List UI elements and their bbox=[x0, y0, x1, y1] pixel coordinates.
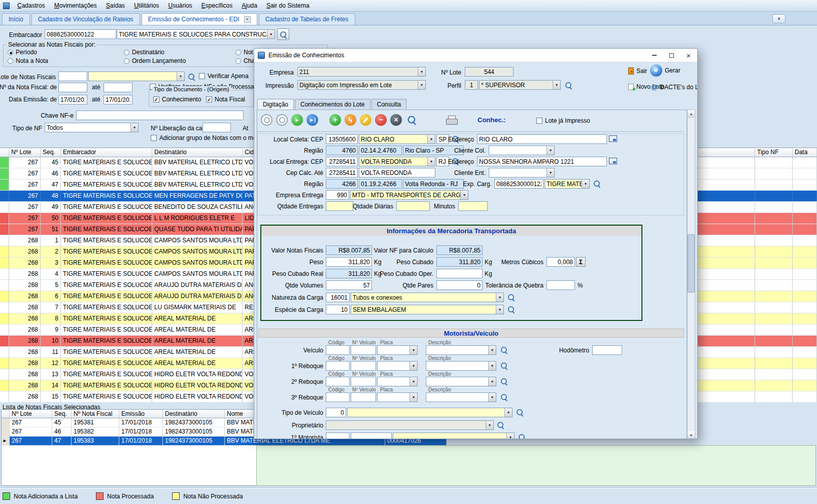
next-record-icon[interactable] bbox=[291, 114, 303, 126]
exp-carg-combo[interactable]: TIGRE MATERIAIS bbox=[544, 179, 590, 189]
prior-record-icon[interactable] bbox=[276, 114, 288, 126]
menu-item[interactable]: Específicos bbox=[197, 1, 237, 11]
search-icon[interactable] bbox=[507, 306, 515, 313]
dropdown-arrow-icon[interactable] bbox=[267, 30, 275, 39]
dropdown-arrow-icon[interactable] bbox=[177, 72, 184, 81]
entrega-endereco-field[interactable]: NOSSA SENHORA AMPARO 1221 bbox=[477, 157, 607, 166]
proprietario-combo[interactable] bbox=[326, 420, 494, 430]
n-lote-field[interactable]: 544 bbox=[465, 67, 514, 77]
minutos-field[interactable] bbox=[458, 201, 488, 211]
last-record-icon[interactable] bbox=[307, 114, 318, 126]
dropdown-arrow-icon[interactable] bbox=[486, 421, 493, 429]
coleta-endereco-field[interactable]: RIO CLARO bbox=[477, 134, 607, 144]
address-device-icon[interactable] bbox=[609, 158, 617, 164]
entrega-cidade-combo[interactable]: VOLTA REDONDA bbox=[359, 157, 435, 166]
gerar-button[interactable]: Gerar bbox=[650, 64, 680, 77]
reboque3-numero-field[interactable] bbox=[351, 392, 376, 402]
reboque3-codigo-field[interactable] bbox=[326, 392, 350, 402]
dropdown-arrow-icon[interactable] bbox=[547, 168, 554, 177]
dropdown-arrow-icon[interactable] bbox=[427, 135, 435, 143]
dropdown-arrow-icon[interactable] bbox=[488, 362, 496, 370]
dropdown-arrow-icon[interactable] bbox=[506, 433, 514, 439]
search-icon[interactable] bbox=[500, 393, 508, 401]
menu-item[interactable]: Saídas bbox=[101, 1, 129, 11]
cep-calc-field[interactable]: 27285411 bbox=[326, 168, 358, 177]
address-device-icon[interactable] bbox=[609, 135, 617, 142]
perfil-num-field[interactable]: 1 bbox=[465, 80, 478, 90]
coleta-cep-field[interactable]: 13505600 bbox=[326, 134, 358, 144]
natureza-cod-field[interactable]: 16001 bbox=[326, 293, 350, 302]
add-record-icon[interactable] bbox=[329, 114, 341, 126]
reboque2-numero-field[interactable] bbox=[351, 377, 376, 386]
tab[interactable]: Início bbox=[2, 13, 30, 25]
dropdown-arrow-icon[interactable] bbox=[460, 191, 468, 199]
scrollbar-thumb[interactable] bbox=[688, 234, 695, 293]
dialog-tab[interactable]: Conhecimentos do Lote bbox=[295, 99, 370, 110]
veiculo-codigo-field[interactable] bbox=[326, 345, 350, 355]
search-icon[interactable] bbox=[516, 409, 524, 416]
search-icon[interactable] bbox=[518, 434, 526, 439]
menu-item[interactable]: Movimentações bbox=[50, 1, 101, 11]
tipo-veiculo-combo[interactable] bbox=[347, 408, 513, 417]
dropdown-arrow-icon[interactable] bbox=[410, 362, 417, 370]
tipo-nf-combo[interactable]: Todos bbox=[45, 123, 139, 132]
print-icon[interactable] bbox=[446, 116, 457, 124]
dropdown-arrow-icon[interactable] bbox=[418, 81, 425, 89]
search-icon[interactable] bbox=[500, 346, 508, 354]
lote-notas-field[interactable] bbox=[58, 71, 87, 81]
data-ate-field[interactable]: 17/01/2018 bbox=[104, 95, 132, 104]
reboque2-placa-combo[interactable] bbox=[377, 377, 418, 386]
verificar-apena-checkbox[interactable]: Verificar Apena bbox=[199, 73, 249, 80]
embarcador-combo[interactable]: TIGRE MATERIAIS E SOLUCOES PARA CONSTRUC… bbox=[117, 29, 275, 39]
motorista1-doc-field[interactable] bbox=[351, 433, 392, 439]
motorista1-codigo-field[interactable] bbox=[326, 433, 350, 439]
search-icon[interactable] bbox=[497, 421, 504, 429]
menu-item[interactable]: Sair do Sistema bbox=[262, 1, 314, 11]
dropdown-arrow-icon[interactable] bbox=[418, 67, 425, 76]
sigma-button[interactable] bbox=[576, 257, 586, 267]
reboque2-codigo-field[interactable] bbox=[326, 377, 350, 386]
dropdown-arrow-icon[interactable] bbox=[488, 377, 496, 386]
search-icon[interactable] bbox=[507, 294, 515, 301]
empresa-entrega-combo[interactable]: MTD - MTD TRANSPORTES DE CARGAS LTD bbox=[350, 190, 468, 200]
exp-carg-cod-field[interactable]: 08862530000122 bbox=[494, 179, 543, 189]
tolerancia-field[interactable] bbox=[547, 280, 575, 290]
dacte-button[interactable]: DACTE's do Lote bbox=[651, 83, 698, 91]
menu-item[interactable]: Usuários bbox=[163, 1, 196, 11]
minimize-button[interactable] bbox=[645, 49, 663, 62]
radio-cha[interactable]: Cha bbox=[235, 57, 255, 64]
menu-item[interactable]: Ajuda bbox=[237, 1, 262, 11]
veiculo-numero-field[interactable] bbox=[351, 345, 376, 355]
nf-de-field[interactable] bbox=[58, 83, 87, 92]
metros-cubicos-field[interactable]: 0,008 bbox=[547, 257, 575, 267]
peso-field[interactable]: 311,820 bbox=[326, 257, 372, 267]
reboque2-descricao-combo[interactable] bbox=[426, 377, 496, 386]
maximize-button[interactable] bbox=[663, 49, 680, 62]
veiculo-descricao-combo[interactable] bbox=[426, 345, 496, 355]
especie-cod-field[interactable]: 10 bbox=[326, 305, 350, 314]
embarcador-code-field[interactable]: 08862530000122 bbox=[45, 29, 116, 39]
scroll-down-icon[interactable] bbox=[688, 431, 695, 439]
entrega-cep-field[interactable]: 27285411 bbox=[326, 157, 358, 166]
tab[interactable]: Cadastro de Vinculação de Rateios bbox=[31, 13, 140, 25]
especie-combo[interactable]: SEM EMBALAGEM bbox=[351, 305, 504, 314]
lote-ja-impresso-checkbox[interactable]: Lote já Impresso bbox=[536, 117, 590, 124]
cancel-record-icon[interactable] bbox=[390, 114, 402, 126]
nf-ate-field[interactable] bbox=[104, 83, 132, 92]
dialog-tab[interactable]: Digitação bbox=[257, 99, 294, 110]
search-icon[interactable] bbox=[593, 180, 601, 188]
reboque1-codigo-field[interactable] bbox=[326, 361, 350, 371]
delete-record-icon[interactable] bbox=[375, 114, 387, 126]
reboque3-descricao-combo[interactable] bbox=[426, 392, 496, 402]
dropdown-arrow-icon[interactable] bbox=[582, 179, 589, 188]
qtde-volumes-field[interactable]: 57 bbox=[326, 280, 372, 290]
tab[interactable]: Cadastro de Tabelas de Fretes bbox=[259, 13, 355, 25]
perfil-combo[interactable]: * SUPERVISOR bbox=[479, 80, 561, 90]
edit-record-icon[interactable] bbox=[360, 114, 371, 126]
embarcador-search-button[interactable] bbox=[277, 28, 289, 40]
dialog-tab[interactable]: Consulta bbox=[371, 99, 406, 110]
empresa-combo[interactable]: 211 bbox=[297, 67, 426, 77]
search-icon[interactable] bbox=[407, 115, 417, 125]
menu-item[interactable]: Cadastros bbox=[13, 1, 50, 11]
search-icon[interactable] bbox=[565, 82, 572, 89]
